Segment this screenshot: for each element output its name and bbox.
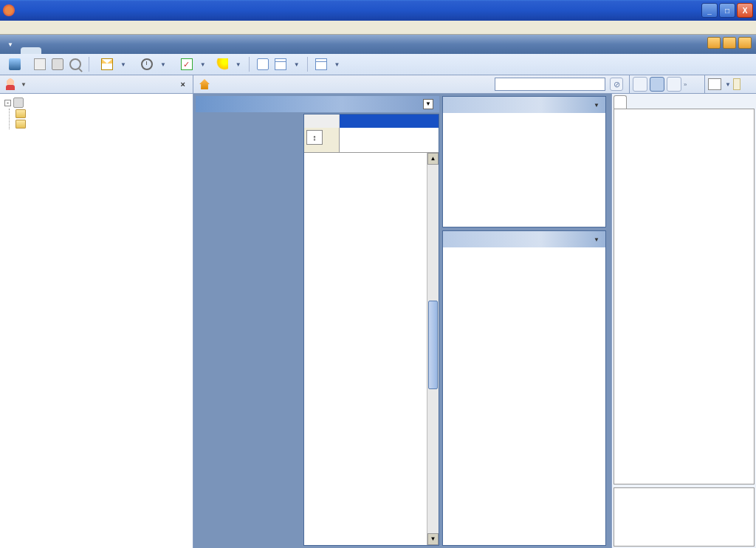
breadcrumb-bar: ⊘ [193,75,629,94]
chevron-down-icon[interactable]: ▼ [120,61,126,68]
scrollbar[interactable]: ▲ ▼ [427,153,439,545]
preview-body [614,109,755,484]
view-tools: » [629,75,704,94]
chevron-down-icon[interactable]: ▼ [21,81,27,88]
calendar-dropdown[interactable]: ▼ [423,99,433,109]
new-mail-button[interactable]: ▼ [97,56,131,72]
date-label [340,114,439,128]
book-icon [9,58,21,70]
check-icon: ✓ [181,58,193,70]
month-calendars [196,114,302,546]
scroll-down-icon[interactable]: ▼ [427,533,439,545]
tree-item-test[interactable] [14,109,190,119]
chevron-down-icon[interactable]: ▼ [334,61,340,68]
menu-herramientas[interactable] [50,26,61,29]
calendar-header: ▼ [196,96,439,112]
preview-panel [611,94,756,548]
app-icon [3,4,15,16]
card-icon[interactable] [34,58,46,70]
tab-contactos[interactable] [109,47,130,54]
search-icon[interactable] [69,58,81,70]
close-button[interactable]: X [737,3,753,18]
nav-dropdown-icon[interactable]: ▼ [7,41,13,48]
menu-acciones[interactable] [38,26,49,29]
folder-icon [16,120,26,129]
tool-2[interactable] [650,77,664,92]
tree-root[interactable]: - [3,97,190,109]
addressbook-button[interactable] [4,56,28,72]
folder-tree: - [0,94,193,548]
chevron-down-icon[interactable]: ▼ [160,61,166,68]
menu-archivo[interactable] [3,26,13,29]
calendar-icon[interactable] [708,78,721,90]
menu-bar [0,21,756,35]
mode-selector[interactable]: ▼ × [0,75,193,94]
window-titlebar: _ □ X [0,0,756,21]
calendar-icon[interactable] [315,58,327,70]
tab-calendario[interactable] [65,47,86,54]
more-icon[interactable]: » [684,81,687,88]
tool-3[interactable] [667,77,681,92]
menu-cuentas[interactable] [62,26,72,29]
minimize-button[interactable]: _ [701,3,718,18]
chevron-down-icon[interactable]: ▼ [594,102,599,109]
day-view: ↕ ▲ ▼ [303,114,439,546]
view-icon-3[interactable] [738,37,752,49]
tree-item-proj[interactable] [14,119,190,129]
checklist-panel-body [443,247,605,545]
ruler-icon[interactable] [733,78,740,90]
view-icon-2[interactable] [723,37,736,49]
time-grid[interactable]: ▲ ▼ [304,153,439,545]
scroll-up-icon[interactable]: ▲ [427,153,439,165]
chevron-down-icon[interactable]: ▼ [236,61,241,68]
toolbar: ▼ ▼ ✓ ▼ ▼ ▼ ▼ [0,54,756,75]
chevron-down-icon[interactable]: ▼ [725,81,731,88]
cabinet-icon [13,97,24,108]
tab-buzon[interactable] [43,47,63,54]
checklist-panel-header[interactable]: ▼ [443,231,605,247]
nav-tabs: ▼ [0,35,756,54]
filter-clear-icon[interactable]: ⊘ [610,78,623,91]
tool-1[interactable] [633,77,647,92]
menu-editar[interactable] [15,26,25,29]
unread-panel-header[interactable]: ▼ [443,97,605,113]
unread-panel-body [443,113,605,227]
preview-tab[interactable] [614,95,627,109]
new-item-icon[interactable] [216,58,228,70]
menu-ventana[interactable] [74,26,84,29]
chevron-down-icon[interactable]: ▼ [594,236,599,243]
side-cal-tools: ▼ [704,75,756,94]
filter-input[interactable] [495,78,605,91]
menu-ayuda[interactable] [86,26,96,29]
folder-icon [16,109,26,118]
tab-elementos-enviados[interactable] [87,47,108,54]
panel-close-icon[interactable]: × [178,80,188,89]
tab-inicio[interactable] [21,47,41,54]
print-icon[interactable] [52,58,63,70]
view-icon-1[interactable] [707,37,721,49]
clock-icon [141,58,153,70]
maximize-button[interactable]: □ [719,3,735,18]
allday-area[interactable] [340,128,439,152]
chevron-down-icon[interactable]: ▼ [294,61,300,68]
collapse-icon[interactable]: - [4,100,11,106]
new-appt-button[interactable]: ▼ [137,56,171,72]
chevron-down-icon[interactable]: ▼ [200,61,206,68]
menu-ver[interactable] [27,26,37,29]
new-task-button[interactable]: ✓ ▼ [176,56,210,72]
home-icon [199,79,210,89]
mail-icon [101,58,113,70]
view-list-icon[interactable] [257,58,269,70]
view-grid-icon[interactable] [275,58,286,70]
scroll-thumb[interactable] [428,301,438,389]
person-icon [4,78,16,90]
swap-icon[interactable]: ↕ [306,130,323,145]
preview-footer [614,487,755,547]
